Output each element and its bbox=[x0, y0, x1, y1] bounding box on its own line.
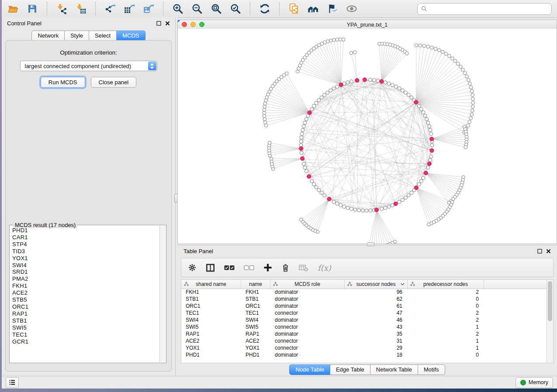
zoom-in-icon[interactable] bbox=[172, 3, 184, 15]
show-eye-icon[interactable] bbox=[346, 3, 358, 15]
table-row[interactable]: ACE2ACE2connector311 bbox=[181, 337, 547, 344]
mcds-result-list[interactable]: PHD1CAR1STP4TID3YOX1SWI4SRD1PMA2FKH1ACE2… bbox=[10, 227, 159, 362]
result-list-item[interactable]: PHD1 bbox=[10, 227, 159, 234]
column-header-shared-name[interactable]: shared name bbox=[181, 280, 241, 289]
tab-motifs[interactable]: Motifs bbox=[418, 364, 445, 375]
table-panel-title: Table Panel bbox=[183, 248, 213, 254]
minimize-window-button[interactable] bbox=[190, 22, 196, 27]
result-list-item[interactable]: ACE2 bbox=[10, 289, 159, 296]
result-list-item[interactable]: STB1 bbox=[10, 317, 159, 324]
export-image-icon[interactable] bbox=[142, 3, 155, 15]
tab-edge-table[interactable]: Edge Table bbox=[330, 364, 370, 375]
column-header-name[interactable]: name bbox=[241, 280, 270, 289]
result-list-item[interactable]: STB5 bbox=[10, 296, 159, 303]
cell-mcds-role: dominator bbox=[270, 289, 345, 296]
network-view[interactable] bbox=[177, 29, 557, 244]
table-row[interactable]: ORC1ORC1dominator610 bbox=[181, 303, 547, 309]
zoom-fit-icon[interactable] bbox=[210, 3, 222, 15]
control-panel-title: Control Panel bbox=[7, 20, 42, 27]
share-document-icon[interactable] bbox=[288, 3, 300, 15]
result-list-item[interactable]: PMA2 bbox=[10, 275, 159, 282]
criterion-dropdown[interactable]: largest connected component (undirected) bbox=[20, 61, 157, 71]
table-row[interactable]: RAP1RAP1dominator352 bbox=[181, 330, 547, 337]
save-icon[interactable] bbox=[26, 3, 38, 15]
scrollbar-thumb[interactable] bbox=[548, 281, 552, 321]
cell-successor-nodes: 61 bbox=[345, 303, 408, 309]
table-row[interactable]: YOX1YOX1connector291 bbox=[181, 344, 547, 351]
hide-annotations-icon[interactable] bbox=[326, 3, 339, 15]
result-list-item[interactable]: FKH1 bbox=[10, 282, 159, 289]
cell-shared-name: ORC1 bbox=[181, 303, 241, 309]
horizontal-splitter[interactable] bbox=[367, 242, 374, 246]
tab-node-table[interactable]: Node Table bbox=[289, 364, 330, 375]
table-row[interactable]: TEC1TEC1connector472 bbox=[181, 309, 547, 316]
gear-icon[interactable] bbox=[188, 263, 197, 272]
cell-mcds-role: dominator bbox=[270, 330, 345, 337]
result-list-item[interactable]: GCR1 bbox=[10, 338, 159, 345]
result-list-item[interactable]: SWI5 bbox=[10, 324, 159, 331]
network-title: YPA_prune.txt_1 bbox=[347, 22, 388, 28]
table-panel: Table Panel bbox=[177, 245, 557, 376]
export-table-icon[interactable] bbox=[123, 3, 135, 15]
close-window-button[interactable] bbox=[182, 22, 187, 27]
delete-column-icon[interactable] bbox=[281, 263, 290, 272]
close-panel-icon[interactable] bbox=[546, 249, 551, 254]
float-panel-icon[interactable] bbox=[156, 21, 161, 26]
result-list-item[interactable]: SRD1 bbox=[10, 268, 159, 275]
close-panel-icon[interactable] bbox=[165, 21, 170, 26]
maximize-window-button[interactable] bbox=[199, 22, 204, 27]
result-list-item[interactable]: ORC1 bbox=[10, 303, 159, 310]
column-header-predecessor-nodes[interactable]: predecessor nodes bbox=[408, 280, 484, 289]
run-mcds-button[interactable]: Run MCDS bbox=[41, 77, 85, 88]
cell-mcds-role: dominator bbox=[270, 351, 345, 358]
memory-button[interactable]: Memory bbox=[515, 377, 553, 388]
table-row[interactable]: SWI5SWI5connector431 bbox=[181, 323, 547, 330]
search-input[interactable] bbox=[430, 5, 548, 12]
tab-network-table[interactable]: Network Table bbox=[370, 364, 418, 375]
import-table-icon[interactable] bbox=[75, 3, 87, 15]
network-window-titlebar[interactable]: YPA_prune.txt_1 bbox=[177, 20, 557, 30]
float-panel-icon[interactable] bbox=[537, 249, 542, 254]
close-panel-button[interactable]: Close panel bbox=[91, 77, 137, 88]
table-row[interactable]: SWI4SWI4dominator462 bbox=[181, 316, 547, 323]
tab-network[interactable]: Network bbox=[31, 31, 65, 41]
export-network-icon[interactable] bbox=[104, 3, 116, 15]
split-columns-icon[interactable] bbox=[206, 263, 215, 272]
result-list-item[interactable]: STP4 bbox=[10, 241, 159, 248]
tab-select[interactable]: Select bbox=[89, 31, 117, 41]
network-svg bbox=[178, 29, 557, 244]
column-header-mcds-role[interactable]: MCDS role bbox=[270, 280, 345, 289]
select-all-checkboxes-icon[interactable] bbox=[224, 265, 235, 271]
column-header-filler bbox=[484, 280, 553, 289]
table-scrollbar[interactable] bbox=[547, 280, 553, 363]
refresh-icon[interactable] bbox=[259, 3, 271, 15]
deselect-all-checkboxes-icon[interactable] bbox=[244, 265, 254, 271]
task-history-button[interactable] bbox=[6, 377, 19, 388]
tab-style[interactable]: Style bbox=[65, 31, 89, 41]
zoom-selected-icon[interactable] bbox=[229, 3, 242, 15]
open-folder-icon[interactable] bbox=[7, 3, 19, 15]
zoom-out-icon[interactable] bbox=[191, 3, 203, 15]
table-row[interactable]: STB1STB1dominator620 bbox=[181, 296, 547, 303]
cell-predecessor-nodes: 2 bbox=[408, 309, 484, 316]
result-list-item[interactable]: TID3 bbox=[10, 248, 159, 255]
result-list-item[interactable]: SWI4 bbox=[10, 262, 159, 269]
table-row[interactable]: FKH1FKH1dominator962 bbox=[181, 289, 547, 296]
tab-mcds[interactable]: MCDS bbox=[117, 31, 145, 41]
cell-name: STB1 bbox=[241, 296, 270, 303]
result-scrollbar[interactable] bbox=[159, 226, 166, 362]
result-list-item[interactable]: TEC1 bbox=[10, 331, 159, 338]
add-column-icon[interactable] bbox=[263, 263, 272, 272]
search-box[interactable] bbox=[417, 3, 552, 15]
result-list-item[interactable]: CAR1 bbox=[10, 234, 159, 241]
focus-corner bbox=[178, 20, 180, 23]
column-header-successor-nodes[interactable]: successor nodes bbox=[345, 280, 408, 289]
cell-shared-name: RAP1 bbox=[181, 330, 241, 337]
table-toolbar: f(x) bbox=[181, 258, 554, 277]
import-network-icon[interactable] bbox=[55, 3, 68, 15]
table-row[interactable]: PHD1PHD1dominator180 bbox=[181, 351, 547, 358]
result-list-item[interactable]: YOX1 bbox=[10, 255, 159, 262]
toolbar-separator bbox=[95, 2, 96, 15]
result-list-item[interactable]: RAP1 bbox=[10, 310, 159, 317]
home-networks-icon[interactable] bbox=[307, 3, 319, 15]
